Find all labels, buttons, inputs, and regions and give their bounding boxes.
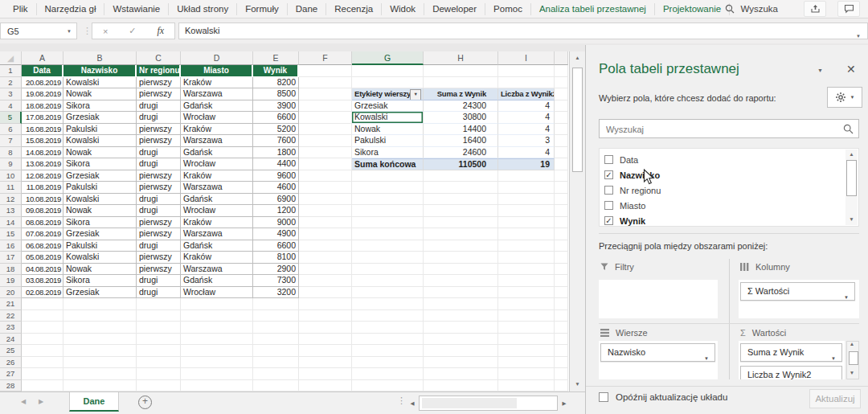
grid-cell-D19[interactable]: Gdańsk — [181, 275, 253, 287]
grid-cell-partial-16[interactable] — [555, 240, 568, 252]
field-search-input[interactable] — [604, 121, 841, 138]
field-search-box[interactable] — [599, 119, 859, 138]
grid-cell-F5[interactable] — [299, 112, 352, 124]
area-pill-suma-z-wynik[interactable]: Suma z Wynik▼ — [740, 343, 842, 362]
grid-cell-I27[interactable] — [498, 368, 555, 380]
grid-cell-H28[interactable] — [424, 380, 498, 392]
grid-cell-D11[interactable]: Warszawa — [181, 182, 253, 194]
table-header-C1[interactable]: Nr regionu — [137, 65, 181, 77]
pivot-cell-G9[interactable]: Suma końcowa — [352, 158, 424, 170]
grid-cell-B14[interactable]: Sikora — [63, 217, 137, 229]
grid-cell-B19[interactable]: Sikora — [63, 275, 137, 287]
grid-cell-E27[interactable] — [253, 368, 299, 380]
column-header-G[interactable]: G — [352, 51, 424, 65]
pivot-cell-I4[interactable]: 4 — [498, 100, 555, 113]
grid-cell-C15[interactable]: pierwszy — [137, 228, 181, 240]
grid-cell-D2[interactable]: Kraków — [181, 77, 253, 89]
grid-cell-D7[interactable]: Warszawa — [181, 135, 253, 147]
grid-cell-F26[interactable] — [299, 357, 352, 369]
grid-cell-G17[interactable] — [352, 252, 424, 264]
grid-cell-C16[interactable]: drugi — [137, 240, 181, 252]
pivot-cell-H4[interactable]: 24300 — [424, 100, 498, 113]
grid-cell-E16[interactable]: 6600 — [253, 240, 299, 252]
grid-cell-G1[interactable] — [352, 65, 424, 77]
table-header-A1[interactable]: Data — [22, 65, 63, 77]
grid-cell-H14[interactable] — [424, 217, 498, 229]
grid-cell-D16[interactable]: Gdańsk — [181, 240, 253, 252]
row-header-9[interactable]: 9 — [0, 158, 22, 170]
grid-cell-F19[interactable] — [299, 275, 352, 287]
row-header-2[interactable]: 2 — [0, 77, 22, 89]
grid-cell-I10[interactable] — [498, 170, 555, 182]
grid-cell-I12[interactable] — [498, 194, 555, 206]
ribbon-tab-plik[interactable]: Plik — [5, 3, 37, 15]
grid-cell-H12[interactable] — [424, 194, 498, 206]
grid-cell-I26[interactable] — [498, 357, 555, 369]
grid-cell-F14[interactable] — [299, 217, 352, 229]
grid-cell-F8[interactable] — [299, 147, 352, 159]
grid-cell-B20[interactable]: Grzesiak — [63, 287, 137, 299]
grid-cell-H25[interactable] — [424, 345, 498, 357]
pivot-cell-G6[interactable]: Nowak — [352, 124, 424, 136]
chevron-down-icon[interactable]: ▼ — [831, 350, 836, 367]
grid-cell-partial-17[interactable] — [555, 252, 568, 264]
grid-cell-C22[interactable] — [137, 310, 181, 322]
chevron-down-icon[interactable]: ▼ — [704, 350, 709, 367]
grid-cell-G2[interactable] — [352, 77, 424, 89]
grid-cell-H24[interactable] — [424, 334, 498, 346]
grid-cell-E18[interactable]: 2900 — [253, 264, 299, 276]
grid-cell-B15[interactable]: Grzesiak — [63, 228, 137, 240]
grid-cell-I18[interactable] — [498, 264, 555, 276]
grid-cell-C17[interactable]: pierwszy — [137, 252, 181, 264]
grid-cell-A28[interactable] — [22, 380, 63, 392]
grid-cell-H18[interactable] — [424, 264, 498, 276]
grid-cell-A26[interactable] — [22, 357, 63, 369]
field-item-nazwisko[interactable]: ✓Nazwisko — [604, 167, 660, 182]
grid-cell-A2[interactable]: 20.08.2019 — [22, 77, 63, 89]
grid-cell-C20[interactable]: drugi — [137, 287, 181, 299]
row-labels-filter-icon[interactable]: ▼ — [410, 89, 421, 100]
column-header-C[interactable]: C — [137, 51, 181, 65]
grid-cell-I14[interactable] — [498, 217, 555, 229]
grid-cell-partial-26[interactable] — [555, 357, 568, 369]
row-header-27[interactable]: 27 — [0, 368, 22, 380]
grid-cell-A4[interactable]: 18.08.2019 — [22, 100, 63, 113]
grid-cell-B8[interactable]: Nowak — [63, 147, 137, 159]
grid-cell-E6[interactable]: 5200 — [253, 124, 299, 136]
grid-cell-D23[interactable] — [181, 322, 253, 334]
row-header-12[interactable]: 12 — [0, 194, 22, 206]
grid-cell-C28[interactable] — [137, 380, 181, 392]
grid-cell-E15[interactable]: 4900 — [253, 228, 299, 240]
grid-cell-D13[interactable]: Wrocław — [181, 205, 253, 217]
pane-options-chevron-icon[interactable]: ▼ — [817, 68, 823, 73]
grid-cell-H21[interactable] — [424, 298, 498, 310]
pivot-cell-I7[interactable]: 3 — [498, 135, 555, 147]
row-header-6[interactable]: 6 — [0, 124, 22, 136]
grid-cell-D4[interactable]: Gdańsk — [181, 100, 253, 113]
pivot-cell-G3[interactable]: Etykiety wierszy▼ — [352, 88, 424, 100]
grid-cell-D12[interactable]: Gdańsk — [181, 194, 253, 206]
grid-cell-F18[interactable] — [299, 264, 352, 276]
field-item-miasto[interactable]: Miasto — [604, 198, 645, 213]
scroll-right-icon[interactable]: ▶ — [558, 396, 571, 411]
grid-cell-F10[interactable] — [299, 170, 352, 182]
grid-cell-C19[interactable]: drugi — [137, 275, 181, 287]
sheet-nav-left-icon[interactable]: ◀ — [21, 398, 26, 405]
ribbon-tab-formuły[interactable]: Formuły — [237, 3, 288, 15]
grid-cell-E2[interactable]: 8200 — [253, 77, 299, 89]
row-header-24[interactable]: 24 — [0, 334, 22, 346]
grid-cell-H15[interactable] — [424, 228, 498, 240]
grid-cell-E5[interactable]: 6600 — [253, 112, 299, 124]
grid-cell-B21[interactable] — [63, 298, 137, 310]
pivot-cell-H6[interactable]: 14400 — [424, 124, 498, 136]
grid-cell-B17[interactable]: Kowalski — [63, 252, 137, 264]
grid-cell-E14[interactable]: 9000 — [253, 217, 299, 229]
grid-cell-A14[interactable]: 08.08.2019 — [22, 217, 63, 229]
grid-cell-partial-10[interactable] — [555, 170, 568, 182]
grid-cell-E21[interactable] — [253, 298, 299, 310]
row-header-14[interactable]: 14 — [0, 217, 22, 229]
tabbar-splitter[interactable]: ⋮ — [397, 396, 406, 406]
grid-cell-partial-25[interactable] — [555, 345, 568, 357]
row-header-26[interactable]: 26 — [0, 357, 22, 369]
grid-cell-G15[interactable] — [352, 228, 424, 240]
